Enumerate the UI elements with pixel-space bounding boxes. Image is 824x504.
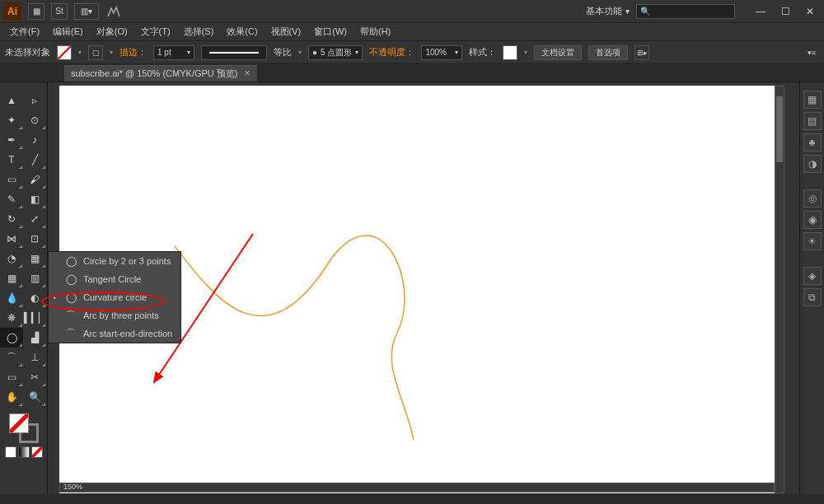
menu-type[interactable]: 文字(T) [134, 26, 177, 38]
panel-stroke-icon[interactable]: ◎ [803, 189, 822, 208]
menu-file[interactable]: 文件(F) [3, 26, 46, 38]
scrollbar-vertical[interactable] [775, 86, 784, 493]
zoom-tool[interactable]: 🔍 [23, 387, 46, 407]
opacity-label[interactable]: 不透明度： [369, 46, 414, 58]
stroke-swatch[interactable]: ▢ [88, 45, 103, 60]
lasso-tool[interactable]: ⊙ [23, 110, 46, 130]
arc-tool-2[interactable]: ⌒ [0, 348, 23, 367]
tangent-tool[interactable]: ⊥ [23, 348, 46, 367]
tab-close-icon[interactable]: × [245, 68, 250, 79]
menu-effect[interactable]: 效果(C) [220, 26, 264, 38]
zoom-level[interactable]: 150% [60, 483, 110, 492]
menu-view[interactable]: 视图(V) [265, 26, 308, 38]
eyedropper-tool[interactable]: 💧 [0, 288, 23, 308]
hand-tool[interactable]: ✋ [0, 387, 23, 407]
arrange-docs-icon[interactable]: ▥▾ [74, 3, 99, 20]
tool-flyout-menu: ◯Circle by 2 or 3 points ◯Tangent Circle… [48, 251, 181, 343]
fill-color[interactable] [9, 413, 29, 433]
blend-tool[interactable]: ◐ [23, 288, 46, 308]
opacity-input[interactable]: 100%▾ [421, 45, 462, 60]
rectangle-tool[interactable]: ▭ [0, 170, 23, 189]
color-mode-gradient[interactable] [18, 446, 30, 458]
flyout-circle-2-3-points[interactable]: ◯Circle by 2 or 3 points [49, 252, 180, 270]
menu-select[interactable]: 选择(S) [177, 26, 221, 38]
flyout-curvature-circle[interactable]: ◯Curvature circle [49, 288, 180, 306]
panel-appearance-icon[interactable]: ◈ [803, 267, 822, 285]
style-label: 样式： [469, 46, 496, 58]
panel-brushes-icon[interactable]: ♣ [803, 133, 822, 152]
gpu-icon[interactable] [105, 3, 122, 20]
pencil-tool[interactable]: ✎ [0, 189, 23, 209]
stroke-dropdown-icon[interactable]: ▾ [110, 49, 113, 56]
direct-selection-tool[interactable]: ▹ [23, 91, 46, 110]
flyout-arc-three-points[interactable]: ⌒Arc by three points [49, 306, 180, 324]
mirror-tool[interactable]: ▟ [23, 328, 46, 348]
align-icon[interactable]: ⊞▸ [634, 45, 649, 60]
arc-icon: ⌒ [65, 327, 77, 341]
brush-dropdown-icon[interactable]: ▾ [298, 49, 302, 56]
preferences-button[interactable]: 首选项 [588, 45, 628, 60]
search-icon: 🔍 [640, 7, 650, 16]
panel-transparency-icon[interactable]: ☀ [803, 232, 822, 250]
selection-tool[interactable]: ▲ [0, 91, 23, 110]
fill-swatch[interactable] [57, 45, 72, 60]
stroke-weight-input[interactable]: 1 pt▾ [153, 45, 194, 60]
doc-setup-button[interactable]: 文档设置 [534, 45, 582, 60]
control-menu-icon[interactable]: ▾≡ [804, 45, 819, 60]
menu-help[interactable]: 帮助(H) [353, 26, 397, 38]
fill-dropdown-icon[interactable]: ▾ [78, 49, 82, 56]
panel-gradient-icon[interactable]: ◉ [803, 211, 822, 229]
flyout-arc-start-end-direction[interactable]: ⌒Arc start-end-direction [49, 324, 180, 343]
symbol-sprayer-tool[interactable]: ❋ [0, 308, 23, 328]
free-transform-tool[interactable]: ⊡ [23, 229, 46, 249]
style-dropdown-icon[interactable]: ▾ [524, 49, 527, 56]
brush-uniform-label: 等比 [274, 46, 292, 58]
minimize-button[interactable]: — [750, 4, 771, 19]
circle-icon: ◯ [65, 292, 77, 303]
stock-icon[interactable]: St [51, 3, 68, 20]
artboard-tool[interactable]: ▭ [0, 367, 23, 387]
eraser-tool[interactable]: ◧ [23, 189, 46, 209]
workspace-dropdown-icon[interactable]: ▾ [625, 7, 630, 16]
panel-swatches-icon[interactable]: ▤ [803, 112, 822, 130]
rotate-tool[interactable]: ↻ [0, 209, 23, 229]
width-tool[interactable]: ⋈ [0, 229, 23, 249]
color-mode-none[interactable] [31, 446, 43, 458]
scrollbar-horizontal[interactable]: 150% [59, 483, 775, 492]
document-tab[interactable]: subscribe.ai* @ 150% (CMYK/GPU 预览) × [64, 65, 257, 82]
control-bar: 未选择对象 ▾ ▢ ▾ 描边： 1 pt▾ 等比 ▾ ●5 点圆形▾ 不透明度：… [0, 41, 824, 64]
tab-bar: subscribe.ai* @ 150% (CMYK/GPU 预览) × [0, 64, 824, 82]
menu-object[interactable]: 对象(O) [90, 26, 134, 38]
graph-tool[interactable]: ▍▎▏ [23, 308, 46, 328]
search-input[interactable]: 🔍 [636, 4, 735, 19]
slice-tool[interactable]: ✂ [23, 367, 46, 387]
pen-tool[interactable]: ✒ [0, 130, 23, 150]
bridge-icon[interactable]: ▦ [28, 3, 44, 20]
gradient-tool[interactable]: ▥ [23, 268, 46, 288]
paintbrush-tool[interactable]: 🖌 [23, 170, 46, 189]
workspace-label[interactable]: 基本功能 [586, 5, 622, 17]
stroke-label[interactable]: 描边： [119, 46, 147, 58]
perspective-tool[interactable]: ▦ [23, 249, 46, 268]
circle-script-tool[interactable]: ◯ [0, 328, 23, 348]
menu-edit[interactable]: 编辑(E) [46, 26, 90, 38]
menu-window[interactable]: 窗口(W) [307, 26, 353, 38]
panel-layers-icon[interactable]: ⧉ [803, 288, 822, 306]
width-profile[interactable]: ●5 点圆形▾ [308, 45, 363, 60]
scale-tool[interactable]: ⤢ [23, 209, 46, 229]
line-tool[interactable]: ╱ [23, 150, 46, 170]
brush-preview[interactable] [201, 45, 267, 60]
magic-wand-tool[interactable]: ✦ [0, 110, 23, 130]
close-button[interactable]: ✕ [799, 4, 821, 19]
maximize-button[interactable]: ☐ [775, 4, 796, 19]
shape-builder-tool[interactable]: ◔ [0, 249, 23, 268]
flyout-tangent-circle[interactable]: ◯Tangent Circle [49, 270, 180, 288]
panel-symbols-icon[interactable]: ◑ [803, 155, 822, 173]
window-controls: — ☐ ✕ [750, 4, 821, 19]
panel-color-icon[interactable]: ▦ [803, 91, 822, 109]
mesh-tool[interactable]: ▦ [0, 268, 23, 288]
type-tool[interactable]: T [0, 150, 23, 170]
curvature-tool[interactable]: ♪ [23, 130, 46, 150]
color-mode-solid[interactable] [5, 446, 16, 458]
style-swatch[interactable] [503, 45, 517, 60]
